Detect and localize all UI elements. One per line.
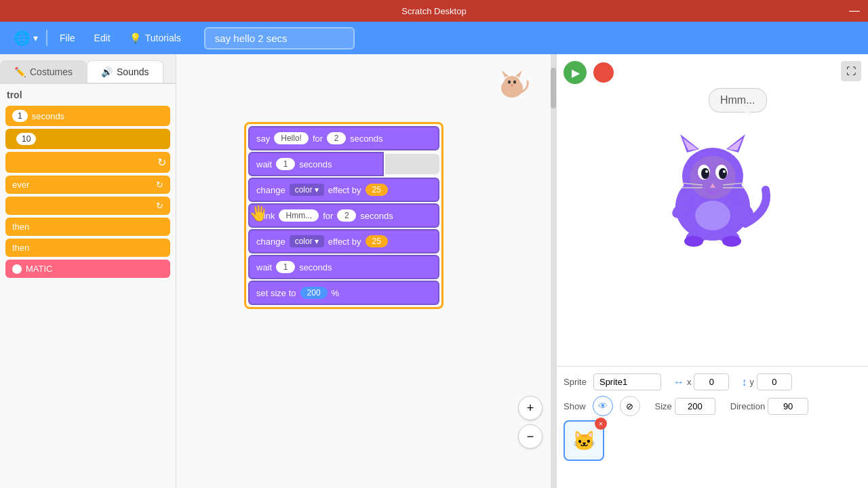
main-layout: ✏️ Costumes 🔊 Sounds trol 1 seconds 10 ↻… bbox=[0, 54, 868, 488]
show-visible-button[interactable]: 👁 bbox=[593, 396, 613, 416]
fullscreen-button[interactable]: ⛶ bbox=[841, 61, 861, 81]
think-value[interactable]: Hmm... bbox=[279, 209, 319, 222]
block-forever[interactable]: ever ↻ bbox=[5, 176, 170, 194]
tab-bar: ✏️ Costumes 🔊 Sounds bbox=[0, 54, 176, 84]
right-panel: ▶ ⛶ Hmm... bbox=[556, 54, 868, 488]
block-seconds-label: seconds bbox=[32, 111, 64, 121]
say-num[interactable]: 2 bbox=[327, 132, 346, 144]
sprite-delete-button[interactable]: × bbox=[595, 418, 607, 430]
wait2-seconds: seconds bbox=[299, 262, 332, 272]
svg-marker-3 bbox=[515, 70, 522, 77]
category-control-label: trol bbox=[0, 84, 176, 103]
change2-effect-dropdown[interactable]: color ▾ bbox=[290, 235, 324, 247]
think-for: for bbox=[323, 211, 333, 221]
y-input[interactable] bbox=[757, 373, 792, 390]
fullscreen-icon: ⛶ bbox=[846, 66, 856, 77]
sprite-thumbnail bbox=[495, 68, 529, 102]
tutorials-button[interactable]: 💡 Tutorials bbox=[120, 28, 191, 47]
wait1-num[interactable]: 1 bbox=[276, 158, 295, 170]
scratch-cat bbox=[645, 115, 781, 251]
globe-arrow: ▾ bbox=[33, 33, 38, 43]
block-set-size[interactable]: set size to 200 % bbox=[248, 281, 439, 305]
matic-label: MATIC bbox=[26, 264, 52, 274]
stop-button[interactable] bbox=[593, 62, 614, 83]
show-hidden-button[interactable]: ⊘ bbox=[620, 396, 640, 416]
direction-label: Direction bbox=[730, 401, 765, 411]
block-change-color1[interactable]: change color ▾ effect by 25 bbox=[248, 178, 439, 202]
y-arrow-icon: ↕ bbox=[741, 376, 747, 388]
change1-dropdown-icon: ▾ bbox=[315, 185, 319, 195]
sprite-name-label: Sprite bbox=[564, 377, 587, 387]
svg-point-25 bbox=[695, 201, 730, 230]
separator bbox=[46, 30, 47, 46]
svg-point-6 bbox=[511, 85, 513, 86]
script-area[interactable]: say Hello! for 2 seconds wait 1 seconds bbox=[176, 54, 556, 488]
for-keyword: for bbox=[313, 134, 323, 144]
scrollbar-thumb[interactable] bbox=[551, 68, 556, 108]
say-value[interactable]: Hello! bbox=[274, 132, 309, 144]
eye-icon: 👁 bbox=[598, 401, 608, 411]
wait2-num[interactable]: 1 bbox=[276, 261, 295, 273]
change1-effect-label: color bbox=[295, 185, 313, 195]
zoom-out-button[interactable]: − bbox=[518, 424, 542, 449]
block-change-color2[interactable]: change color ▾ effect by 25 bbox=[248, 229, 439, 253]
svg-point-17 bbox=[719, 168, 727, 179]
change1-effect-dropdown[interactable]: color ▾ bbox=[290, 184, 324, 196]
edit-menu[interactable]: Edit bbox=[85, 28, 120, 47]
change2-dropdown-icon: ▾ bbox=[315, 237, 319, 246]
block-repeat-arrow[interactable]: ↻ bbox=[5, 197, 170, 215]
x-input[interactable] bbox=[694, 373, 729, 390]
stage-controls: ▶ bbox=[564, 61, 614, 84]
sprite-thumb-item[interactable]: 🐱 × bbox=[564, 420, 604, 461]
block-wait-1[interactable]: wait 1 seconds bbox=[248, 152, 384, 176]
green-flag-button[interactable]: ▶ bbox=[564, 61, 587, 84]
zoom-in-button[interactable]: + bbox=[518, 396, 542, 420]
block-stop-matic[interactable]: MATIC bbox=[5, 260, 170, 278]
block-think[interactable]: think Hmm... for 2 seconds bbox=[248, 203, 439, 228]
code-block-group: say Hello! for 2 seconds wait 1 seconds bbox=[244, 122, 443, 309]
tab-costumes[interactable]: ✏️ Costumes bbox=[0, 60, 87, 83]
block-repeat[interactable]: ↻ bbox=[5, 152, 170, 173]
costumes-tab-label: Costumes bbox=[30, 66, 73, 77]
svg-point-19 bbox=[723, 170, 726, 173]
show-label: Show bbox=[564, 401, 586, 411]
change1-keyword: change bbox=[256, 185, 285, 195]
hide-icon: ⊘ bbox=[626, 401, 633, 411]
size-group: Size bbox=[655, 398, 715, 415]
direction-input[interactable] bbox=[768, 398, 808, 415]
svg-point-1 bbox=[504, 76, 520, 89]
speaker-icon: 🔊 bbox=[101, 66, 113, 77]
setsize-num[interactable]: 200 bbox=[300, 287, 328, 299]
language-button[interactable]: 🌐 ▾ bbox=[8, 27, 43, 49]
block-wait-10[interactable]: 10 bbox=[5, 129, 170, 149]
change1-num[interactable]: 25 bbox=[366, 184, 388, 196]
project-name-input[interactable] bbox=[204, 27, 355, 49]
title-bar: Scratch Desktop — bbox=[0, 0, 868, 22]
block-wait-1s[interactable]: 1 seconds bbox=[5, 106, 170, 126]
sprite-info-row2: Show 👁 ⊘ Size Direction bbox=[564, 396, 861, 416]
think-seconds: seconds bbox=[360, 211, 393, 221]
sprite-thumb-row: 🐱 × bbox=[564, 420, 861, 461]
sprite-name-input[interactable] bbox=[593, 373, 661, 390]
think-num[interactable]: 2 bbox=[337, 209, 356, 222]
block-if-then[interactable]: then bbox=[5, 218, 170, 236]
menu-bar: 🌐 ▾ File Edit 💡 Tutorials bbox=[0, 22, 868, 54]
forever-label: ever bbox=[12, 180, 29, 190]
scrollbar[interactable] bbox=[551, 54, 556, 488]
change2-num[interactable]: 25 bbox=[366, 235, 388, 247]
file-menu[interactable]: File bbox=[50, 28, 85, 47]
size-input[interactable] bbox=[675, 398, 715, 415]
block-say-hello[interactable]: say Hello! for 2 seconds bbox=[248, 126, 439, 150]
block-wait-2[interactable]: wait 1 seconds bbox=[248, 255, 439, 279]
close-button[interactable]: — bbox=[849, 5, 860, 17]
block-wait1-row: wait 1 seconds bbox=[248, 152, 439, 176]
block-if-else-then[interactable]: then bbox=[5, 239, 170, 257]
svg-point-13 bbox=[690, 156, 736, 199]
tab-sounds[interactable]: 🔊 Sounds bbox=[87, 60, 163, 83]
direction-group: Direction bbox=[730, 398, 808, 415]
repeat-arrow-icon: ↻ bbox=[157, 156, 166, 169]
block-num-oval: 1 bbox=[12, 110, 28, 122]
svg-point-30 bbox=[684, 236, 703, 247]
x-coord-group: ↔ x bbox=[673, 373, 730, 390]
forever-arrow-icon: ↻ bbox=[156, 180, 163, 190]
